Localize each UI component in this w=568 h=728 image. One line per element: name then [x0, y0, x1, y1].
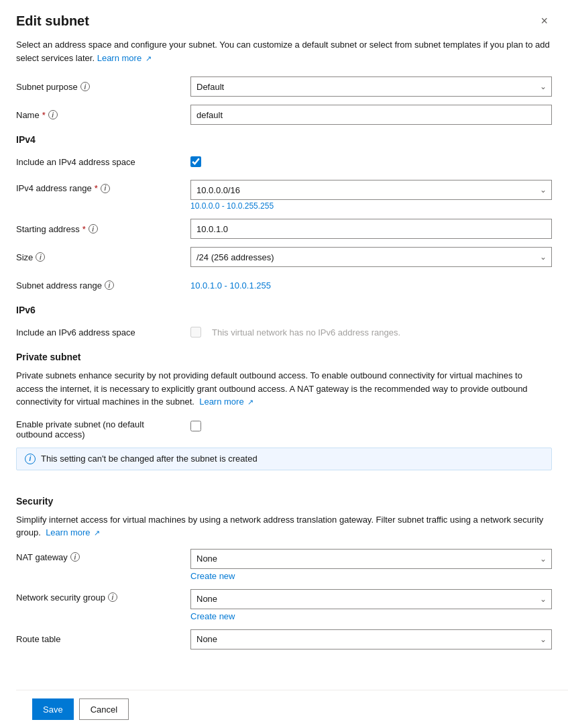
enable-private-subnet-checkbox[interactable] — [190, 421, 201, 431]
size-control: /24 (256 addresses) ⌄ — [190, 247, 552, 267]
network-security-group-control: None ⌄ Create new — [190, 589, 552, 621]
include-ipv4-row: Include an IPv4 address space — [16, 152, 552, 172]
nat-gateway-select-wrapper: None ⌄ — [190, 549, 552, 569]
starting-address-label: Starting address * i — [16, 224, 190, 234]
subnet-purpose-label: Subnet purpose i — [16, 82, 190, 92]
size-select[interactable]: /24 (256 addresses) — [190, 247, 552, 267]
nat-gateway-control: None ⌄ Create new — [190, 549, 552, 581]
security-external-link-icon: ↗ — [94, 527, 100, 539]
private-subnet-section-title: Private subnet — [16, 352, 552, 362]
starting-address-required: * — [82, 224, 86, 234]
subnet-purpose-row: Subnet purpose i Default ⌄ — [16, 76, 552, 97]
subnet-address-range-value: 10.0.1.0 - 10.0.1.255 — [190, 280, 552, 291]
name-label: Name * i — [16, 110, 190, 120]
include-ipv6-control: This virtual network has no IPv6 address… — [190, 327, 552, 337]
nat-gateway-info-icon[interactable]: i — [70, 552, 80, 562]
size-row: Size i /24 (256 addresses) ⌄ — [16, 247, 552, 267]
private-subnet-external-link-icon: ↗ — [247, 397, 253, 408]
ipv4-address-range-hint: 10.0.0.0 - 10.0.255.255 — [190, 201, 552, 211]
subnet-purpose-control: Default ⌄ — [190, 76, 552, 97]
name-row: Name * i — [16, 105, 552, 125]
security-description: Simplify internet access for virtual mac… — [16, 513, 552, 539]
include-ipv4-checkbox[interactable] — [190, 156, 201, 167]
close-button[interactable]: × — [536, 13, 552, 28]
subnet-address-range-label: Subnet address range i — [16, 280, 190, 291]
include-ipv4-control — [190, 156, 552, 167]
route-table-select-wrapper: None ⌄ — [190, 629, 552, 649]
network-security-group-create-new-link[interactable]: Create new — [190, 611, 552, 621]
security-learn-more-link[interactable]: Learn more ↗ — [44, 527, 101, 537]
enable-private-subnet-row: Enable private subnet (no default outbou… — [16, 418, 552, 439]
footer: Save Cancel — [16, 690, 568, 728]
enable-private-subnet-control — [190, 418, 552, 431]
route-table-select[interactable]: None — [190, 629, 552, 649]
ipv4-address-range-info-icon[interactable]: i — [101, 184, 110, 193]
ipv6-section-title: IPv6 — [16, 305, 552, 315]
description-learn-more-link[interactable]: Learn more ↗ — [97, 53, 152, 63]
size-select-wrapper: /24 (256 addresses) ⌄ — [190, 247, 552, 267]
include-ipv4-checkbox-wrapper — [190, 156, 552, 167]
security-section-title: Security — [16, 496, 552, 507]
include-ipv6-checkbox[interactable] — [190, 327, 201, 337]
size-label: Size i — [16, 252, 190, 262]
nat-gateway-row: NAT gateway i None ⌄ Create new — [16, 549, 552, 581]
private-subnet-learn-more-link[interactable]: Learn more ↗ — [197, 397, 254, 407]
network-security-group-select[interactable]: None — [190, 589, 552, 609]
size-info-icon[interactable]: i — [36, 252, 45, 262]
starting-address-info-icon[interactable]: i — [89, 224, 98, 233]
name-required-indicator: * — [42, 110, 46, 120]
ipv4-address-range-row: IPv4 address range * i 10.0.0.0/16 ⌄ 10.… — [16, 180, 552, 211]
subnet-purpose-select-wrapper: Default ⌄ — [190, 76, 552, 97]
network-security-group-label: Network security group i — [16, 589, 190, 603]
enable-private-subnet-label: Enable private subnet (no default outbou… — [16, 418, 190, 439]
private-subnet-info-box: i This setting can't be changed after th… — [16, 448, 552, 470]
subnet-purpose-info-icon[interactable]: i — [80, 82, 90, 91]
nat-gateway-select[interactable]: None — [190, 549, 552, 569]
starting-address-control — [190, 219, 552, 239]
ipv4-address-range-label: IPv4 address range * i — [16, 180, 190, 193]
save-button[interactable]: Save — [32, 698, 74, 720]
network-security-group-row: Network security group i None ⌄ Create n… — [16, 589, 552, 621]
name-control — [190, 105, 552, 125]
ipv4-section-title: IPv4 — [16, 134, 552, 145]
include-ipv4-label: Include an IPv4 address space — [16, 157, 190, 167]
ipv4-address-range-control: 10.0.0.0/16 ⌄ 10.0.0.0 - 10.0.255.255 — [190, 180, 552, 211]
route-table-control: None ⌄ — [190, 629, 552, 649]
route-table-label: Route table — [16, 634, 190, 644]
subnet-address-range-row: Subnet address range i 10.0.1.0 - 10.0.1… — [16, 275, 552, 295]
private-subnet-description: Private subnets enhance security by not … — [16, 369, 552, 409]
nat-gateway-create-new-link[interactable]: Create new — [190, 571, 552, 581]
network-security-group-info-icon[interactable]: i — [108, 592, 117, 602]
ipv4-address-range-select-wrapper: 10.0.0.0/16 ⌄ — [190, 180, 552, 200]
route-table-row: Route table None ⌄ — [16, 629, 552, 649]
name-input[interactable] — [190, 105, 552, 125]
subnet-address-range-info-icon[interactable]: i — [105, 280, 114, 290]
nat-gateway-label: NAT gateway i — [16, 549, 190, 562]
include-ipv6-label: Include an IPv6 address space — [16, 327, 190, 337]
private-subnet-info-text: This setting can't be changed after the … — [41, 454, 258, 464]
private-subnet-info-icon: i — [25, 454, 36, 464]
starting-address-row: Starting address * i — [16, 219, 552, 239]
ipv4-address-range-select[interactable]: 10.0.0.0/16 — [190, 180, 552, 200]
name-info-icon[interactable]: i — [48, 110, 58, 119]
include-ipv6-row: Include an IPv6 address space This virtu… — [16, 322, 552, 342]
cancel-button[interactable]: Cancel — [79, 698, 129, 720]
panel-description: Select an address space and configure yo… — [16, 38, 552, 64]
ipv6-disabled-text: This virtual network has no IPv6 address… — [212, 327, 400, 337]
external-link-icon: ↗ — [146, 53, 152, 64]
panel-title: Edit subnet — [16, 13, 89, 29]
ipv4-address-range-required: * — [95, 183, 98, 193]
subnet-purpose-select[interactable]: Default — [190, 76, 552, 97]
network-security-group-select-wrapper: None ⌄ — [190, 589, 552, 609]
starting-address-input[interactable] — [190, 219, 552, 239]
